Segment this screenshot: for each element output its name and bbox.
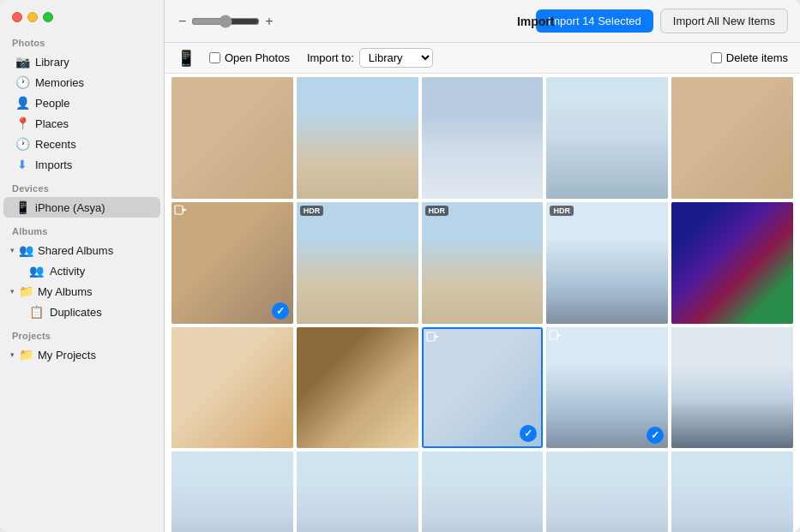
sidebar-item-label: Activity <box>50 265 85 278</box>
photo-cell[interactable] <box>297 327 418 449</box>
my-albums-icon: 📁 <box>19 284 33 298</box>
options-bar: 📱 Open Photos Import to: Library Delete … <box>165 43 800 74</box>
video-badge <box>426 332 440 344</box>
sidebar-item-people[interactable]: 👤 People <box>3 93 160 113</box>
photo-cell[interactable]: ✓ <box>546 327 668 449</box>
sidebar-item-label: My Projects <box>38 349 96 362</box>
sidebar-item-label: People <box>35 97 69 110</box>
open-photos-label: Open Photos <box>225 51 290 64</box>
chevron-down-icon: ▾ <box>10 246 15 254</box>
video-badge <box>549 330 562 343</box>
photo-cell[interactable] <box>422 77 544 199</box>
delete-items-control[interactable]: Delete items <box>711 51 788 64</box>
photo-grid: ✓HDRHDRHDR→✓✓HDRHDR <box>171 77 793 532</box>
photo-cell[interactable] <box>171 327 293 449</box>
places-icon: 📍 <box>15 117 29 130</box>
photo-cell[interactable]: HDR <box>422 202 544 324</box>
svg-rect-4 <box>550 331 557 339</box>
sidebar-item-my-projects[interactable]: ▾ 📁 My Projects <box>3 344 160 365</box>
photos-section-label: Photos <box>0 29 164 51</box>
people-icon: 👤 <box>15 96 29 110</box>
selected-check-badge: ✓ <box>272 302 289 320</box>
svg-marker-1 <box>183 208 187 212</box>
sidebar-item-activity[interactable]: 👥 Activity <box>3 260 160 281</box>
zoom-in-button[interactable]: + <box>263 15 274 28</box>
photo-cell[interactable] <box>671 327 793 449</box>
traffic-lights <box>0 0 164 29</box>
zoom-control: − + <box>177 15 275 28</box>
sidebar-item-label: Memories <box>35 76 84 89</box>
delete-items-checkbox[interactable] <box>711 52 722 63</box>
import-to-label: Import to: <box>307 51 354 64</box>
import-to-select[interactable]: Library <box>359 48 433 68</box>
sidebar-item-shared-albums[interactable]: ▾ 👥 Shared Albums <box>3 240 160 260</box>
albums-section-label: Albums <box>0 218 164 240</box>
shared-albums-icon: 👥 <box>19 243 33 257</box>
sidebar-item-label: Places <box>35 117 69 130</box>
photo-cell[interactable] <box>671 202 793 324</box>
duplicates-icon: 📋 <box>29 305 44 319</box>
selected-check-badge: ✓ <box>520 425 537 442</box>
photo-cell[interactable] <box>671 77 793 199</box>
my-projects-icon: 📁 <box>19 348 33 362</box>
device-icon: 📱 <box>15 200 29 214</box>
sidebar-item-label: Library <box>35 56 69 69</box>
toolbar-right: Import 14 Selected Import All New Items <box>536 9 788 33</box>
sidebar-item-label: iPhone (Asya) <box>35 201 105 214</box>
phone-icon[interactable]: 📱 <box>177 49 195 68</box>
memories-icon: 🕐 <box>15 75 29 89</box>
toolbar-title: Import <box>517 15 555 28</box>
photo-cell[interactable]: →✓ <box>422 327 544 449</box>
photo-cell[interactable] <box>297 451 418 532</box>
photo-cell[interactable] <box>297 77 418 199</box>
chevron-down-icon: ▾ <box>10 287 15 296</box>
sidebar-item-label: Imports <box>35 158 72 171</box>
open-photos-checkbox-label[interactable]: Open Photos <box>209 51 290 64</box>
open-photos-checkbox[interactable] <box>209 52 220 63</box>
hdr-badge: HDR <box>300 206 324 216</box>
maximize-button[interactable] <box>43 12 53 22</box>
import-to-control: Import to: Library <box>307 48 433 68</box>
photo-cell[interactable] <box>546 451 668 532</box>
photo-cell[interactable] <box>422 451 544 532</box>
sidebar-item-my-albums[interactable]: ▾ 📁 My Albums <box>3 281 160 302</box>
delete-items-label: Delete items <box>726 51 788 64</box>
minimize-button[interactable] <box>27 12 38 22</box>
svg-rect-2 <box>427 332 435 341</box>
close-button[interactable] <box>12 12 22 22</box>
zoom-slider[interactable] <box>191 15 260 28</box>
projects-section-label: Projects <box>0 322 164 344</box>
toolbar-left: − + <box>177 15 275 28</box>
imports-icon: ⬇ <box>15 158 29 171</box>
sidebar: Photos 📷 Library 🕐 Memories 👤 People 📍 P… <box>0 0 165 532</box>
sidebar-item-duplicates[interactable]: 📋 Duplicates <box>3 302 160 322</box>
hdr-badge: HDR <box>425 206 449 216</box>
chevron-down-icon: ▾ <box>10 350 15 359</box>
photo-cell[interactable] <box>671 451 793 532</box>
photo-cell[interactable] <box>171 451 293 532</box>
hdr-badge: HDR <box>550 206 574 216</box>
sidebar-item-recents[interactable]: 🕐 Recents <box>3 134 160 154</box>
zoom-out-button[interactable]: − <box>177 15 188 28</box>
sidebar-item-label: Shared Albums <box>38 244 113 257</box>
toolbar: − + Import Import 14 Selected Import All… <box>165 0 800 43</box>
sidebar-item-library[interactable]: 📷 Library <box>3 51 160 72</box>
video-badge <box>174 205 188 218</box>
main-content: − + Import Import 14 Selected Import All… <box>165 0 800 532</box>
svg-marker-5 <box>557 333 562 337</box>
devices-section-label: Devices <box>0 175 164 197</box>
svg-rect-0 <box>175 206 183 214</box>
photo-cell[interactable]: HDR <box>297 202 418 324</box>
sidebar-item-imports[interactable]: ⬇ Imports <box>3 154 160 175</box>
svg-marker-3 <box>435 335 439 338</box>
photo-cell[interactable] <box>171 77 293 199</box>
sidebar-item-places[interactable]: 📍 Places <box>3 113 160 134</box>
photo-cell[interactable]: ✓ <box>171 202 293 324</box>
sidebar-item-device[interactable]: 📱 iPhone (Asya) <box>3 197 160 218</box>
photo-cell[interactable]: HDR <box>546 202 668 324</box>
photo-cell[interactable] <box>546 77 668 199</box>
import-all-button[interactable]: Import All New Items <box>660 9 788 33</box>
sidebar-item-label: Recents <box>35 138 76 151</box>
sidebar-item-label: Duplicates <box>50 306 102 319</box>
sidebar-item-memories[interactable]: 🕐 Memories <box>3 72 160 93</box>
